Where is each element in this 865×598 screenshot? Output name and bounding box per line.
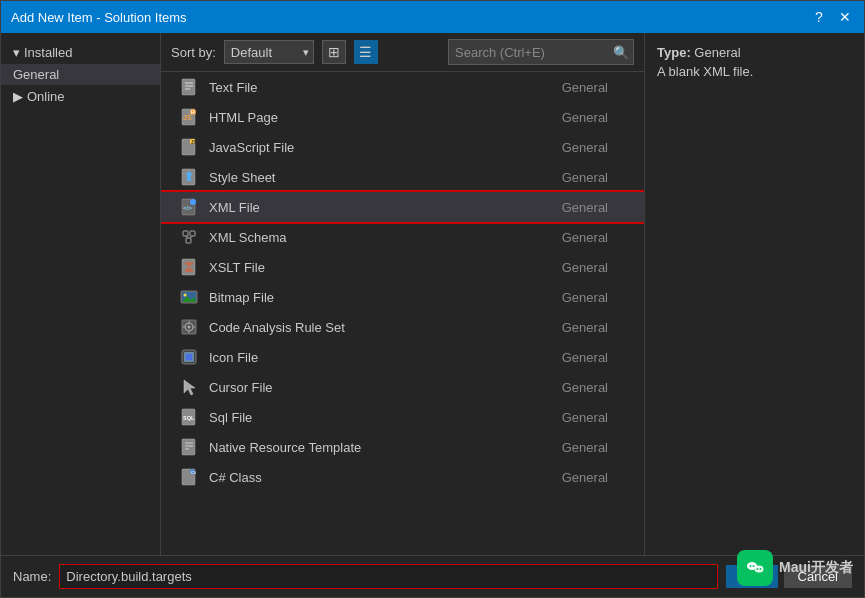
bottom-bar: Name: Add Cancel <box>1 555 864 597</box>
list-view-btn[interactable]: ☰ <box>354 40 378 64</box>
html-page-category: General <box>562 110 628 125</box>
code-analysis-icon <box>177 315 201 339</box>
svg-point-51 <box>757 568 759 570</box>
css-file-icon <box>177 165 201 189</box>
file-item-xml[interactable]: </> XML File General <box>161 192 644 222</box>
bitmap-name: Bitmap File <box>209 290 554 305</box>
file-list: Text File General JS H HTML Page Gen <box>161 72 644 555</box>
svg-text:C#: C# <box>191 470 197 475</box>
name-input[interactable] <box>60 565 717 588</box>
help-button[interactable]: ? <box>810 8 828 26</box>
icon-file-category: General <box>562 350 628 365</box>
file-item-html-page[interactable]: JS H HTML Page General <box>161 102 644 132</box>
sql-name: Sql File <box>209 410 554 425</box>
file-item-css[interactable]: Style Sheet General <box>161 162 644 192</box>
csharp-name: C# Class <box>209 470 554 485</box>
file-item-xslt[interactable]: XSLT File General <box>161 252 644 282</box>
file-item-cursor[interactable]: Cursor File General <box>161 372 644 402</box>
close-button[interactable]: ✕ <box>836 8 854 26</box>
center-area: Sort by: Default Name Type ⊞ ☰ 🔍 <box>161 33 644 555</box>
sort-select-wrapper: Default Name Type <box>224 40 314 64</box>
css-file-name: Style Sheet <box>209 170 554 185</box>
code-analysis-name: Code Analysis Rule Set <box>209 320 554 335</box>
installed-label: Installed <box>24 45 72 60</box>
cursor-category: General <box>562 380 628 395</box>
sort-select[interactable]: Default Name Type <box>224 40 314 64</box>
svg-point-26 <box>184 294 187 297</box>
sort-by-label: Sort by: <box>171 45 216 60</box>
dialog-title: Add New Item - Solution Items <box>11 10 810 25</box>
svg-point-52 <box>760 568 762 570</box>
sidebar-online-header[interactable]: ▶ Online <box>1 85 160 108</box>
svg-text:</>: </> <box>183 205 192 211</box>
file-item-text-file[interactable]: Text File General <box>161 72 644 102</box>
file-item-csharp[interactable]: C# C# Class General <box>161 462 644 492</box>
name-label: Name: <box>13 569 51 584</box>
svg-marker-37 <box>184 380 195 395</box>
js-file-icon: JS <box>177 135 201 159</box>
grid-view-btn[interactable]: ⊞ <box>322 40 346 64</box>
type-line: Type: General <box>657 45 852 60</box>
bitmap-icon <box>177 285 201 309</box>
description: A blank XML file. <box>657 64 852 79</box>
file-item-bitmap[interactable]: Bitmap File General <box>161 282 644 312</box>
file-item-sql[interactable]: SQL Sql File General <box>161 402 644 432</box>
xml-schema-icon <box>177 225 201 249</box>
title-controls: ? ✕ <box>810 8 854 26</box>
main-content: ▾ Installed General ▶ Online Sort by: De… <box>1 33 864 555</box>
title-bar: Add New Item - Solution Items ? ✕ <box>1 1 864 33</box>
svg-rect-40 <box>182 439 195 455</box>
search-icon[interactable]: 🔍 <box>609 40 633 64</box>
svg-point-29 <box>188 326 191 329</box>
csharp-category: General <box>562 470 628 485</box>
watermark-text: Maui开发者 <box>779 559 853 577</box>
search-input[interactable] <box>449 43 609 62</box>
sidebar-installed-header[interactable]: ▾ Installed <box>1 41 160 64</box>
text-file-category: General <box>562 80 628 95</box>
file-item-xml-schema[interactable]: XML Schema General <box>161 222 644 252</box>
add-new-item-dialog: Add New Item - Solution Items ? ✕ ▾ Inst… <box>0 0 865 598</box>
svg-rect-0 <box>182 79 195 95</box>
cursor-name: Cursor File <box>209 380 554 395</box>
svg-text:H: H <box>191 109 195 115</box>
name-input-wrapper <box>59 564 718 589</box>
xml-file-category: General <box>562 200 628 215</box>
csharp-icon: C# <box>177 465 201 489</box>
icon-file-icon <box>177 345 201 369</box>
type-value: General <box>694 45 740 60</box>
file-item-resource[interactable]: Native Resource Template General <box>161 432 644 462</box>
sidebar: ▾ Installed General ▶ Online <box>1 33 161 555</box>
text-file-icon <box>177 75 201 99</box>
installed-arrow: ▾ <box>13 45 20 60</box>
sidebar-item-general[interactable]: General <box>1 64 160 85</box>
svg-text:JS: JS <box>183 114 192 121</box>
toolbar: Sort by: Default Name Type ⊞ ☰ 🔍 <box>161 33 644 72</box>
svg-rect-17 <box>190 231 195 236</box>
file-item-icon[interactable]: Icon File General <box>161 342 644 372</box>
bitmap-category: General <box>562 290 628 305</box>
sql-category: General <box>562 410 628 425</box>
cursor-icon <box>177 375 201 399</box>
xslt-icon <box>177 255 201 279</box>
css-file-category: General <box>562 170 628 185</box>
svg-point-15 <box>190 199 196 205</box>
xml-schema-name: XML Schema <box>209 230 554 245</box>
xslt-name: XSLT File <box>209 260 554 275</box>
svg-rect-16 <box>183 231 188 236</box>
xml-file-name: XML File <box>209 200 554 215</box>
svg-rect-21 <box>182 259 195 275</box>
js-file-category: General <box>562 140 628 155</box>
resource-category: General <box>562 440 628 455</box>
resource-icon <box>177 435 201 459</box>
file-item-js[interactable]: JS JavaScript File General <box>161 132 644 162</box>
search-input-wrapper: 🔍 <box>448 39 634 65</box>
xslt-category: General <box>562 260 628 275</box>
type-label: Type: <box>657 45 691 60</box>
svg-text:SQL: SQL <box>183 415 195 421</box>
svg-point-50 <box>753 565 755 567</box>
svg-point-49 <box>750 565 752 567</box>
html-page-icon: JS H <box>177 105 201 129</box>
file-item-code-analysis[interactable]: Code Analysis Rule Set General <box>161 312 644 342</box>
general-label: General <box>13 67 59 82</box>
info-panel: Type: General A blank XML file. <box>644 33 864 555</box>
